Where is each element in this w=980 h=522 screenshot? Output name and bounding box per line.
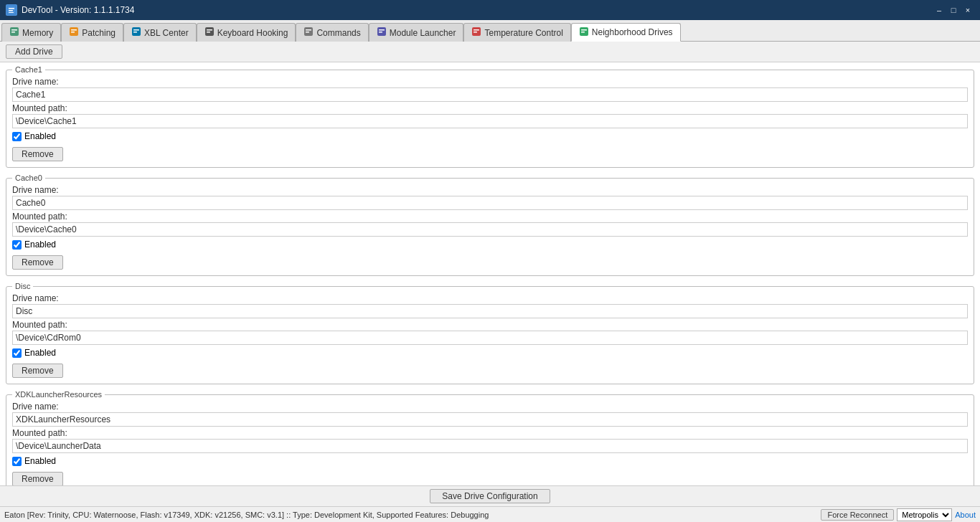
drive-group-disc: Disc Drive name: Mounted path: Enabled R… <box>6 282 974 384</box>
enabled-label-disc: Enabled <box>24 348 56 358</box>
svg-rect-15 <box>207 32 210 33</box>
enabled-checkbox-disc[interactable] <box>12 348 22 358</box>
xbl-icon <box>131 27 141 39</box>
tab-temp[interactable]: Temperature Control <box>463 23 570 42</box>
enabled-label-cache1: Enabled <box>24 131 56 141</box>
about-link[interactable]: About <box>955 511 976 519</box>
mounted-path-input-disc[interactable] <box>12 331 968 345</box>
title-bar-left: DevTool - Version: 1.1.1.1734 <box>6 4 134 16</box>
drive-legend-xdklauncher: XDKLauncherResources <box>12 390 105 399</box>
svg-rect-26 <box>581 29 587 31</box>
window-controls: – □ × <box>933 4 974 16</box>
drive-group-xdklauncher: XDKLauncherResources Drive name: Mounted… <box>6 390 974 485</box>
tab-label-temp: Temperature Control <box>484 28 562 38</box>
tab-label-memory: Memory <box>22 28 53 38</box>
svg-rect-24 <box>473 32 477 33</box>
svg-rect-1 <box>9 8 14 9</box>
svg-rect-11 <box>133 29 139 31</box>
svg-rect-3 <box>9 12 14 13</box>
mounted-path-label-cache0: Mounted path: <box>12 212 968 222</box>
temp-icon <box>471 27 481 39</box>
drive-name-input-disc[interactable] <box>12 304 968 318</box>
drive-name-label-cache1: Drive name: <box>12 77 968 87</box>
close-button[interactable]: × <box>961 4 974 16</box>
svg-rect-21 <box>379 32 382 33</box>
add-drive-button[interactable]: Add Drive <box>6 44 62 59</box>
tab-module[interactable]: Module Launcher <box>369 23 464 42</box>
action-bar: Add Drive <box>0 42 980 62</box>
keyboard-icon <box>204 27 215 39</box>
connection-select[interactable]: Metropolis <box>897 508 952 521</box>
svg-rect-5 <box>11 29 17 31</box>
tab-patching[interactable]: Patching <box>61 23 123 42</box>
app-icon <box>6 4 17 16</box>
svg-rect-27 <box>581 32 585 33</box>
tab-xbl[interactable]: XBL Center <box>123 23 197 42</box>
svg-rect-17 <box>306 29 311 31</box>
svg-rect-6 <box>11 32 15 33</box>
svg-rect-12 <box>133 32 137 33</box>
tab-bar: Memory Patching XBL Center Keyboard Hook… <box>0 20 980 42</box>
drive-legend-cache1: Cache1 <box>12 65 45 74</box>
force-reconnect-button[interactable]: Force Reconnect <box>821 509 894 521</box>
bottom-bar: Save Drive Configuration <box>0 485 980 506</box>
drive-name-input-xdklauncher[interactable] <box>12 412 968 427</box>
mounted-path-input-cache1[interactable] <box>12 114 968 128</box>
tab-memory[interactable]: Memory <box>1 23 61 42</box>
tab-label-patching: Patching <box>82 28 116 38</box>
drive-group-cache1: Cache1 Drive name: Mounted path: Enabled… <box>6 65 974 168</box>
enabled-row-disc: Enabled <box>12 348 968 358</box>
tab-keyboard[interactable]: Keyboard Hooking <box>197 23 296 42</box>
status-right: Force Reconnect Metropolis About <box>821 508 976 521</box>
tab-neighborhood[interactable]: Neighborhood Drives <box>571 23 681 42</box>
drive-name-label-xdklauncher: Drive name: <box>12 402 968 412</box>
memory-icon <box>9 27 19 39</box>
neighborhood-icon <box>579 27 589 39</box>
enabled-row-cache1: Enabled <box>12 131 968 141</box>
tab-label-xbl: XBL Center <box>144 28 189 38</box>
remove-button-cache0[interactable]: Remove <box>12 255 63 270</box>
mounted-path-input-cache0[interactable] <box>12 222 968 237</box>
enabled-row-xdklauncher: Enabled <box>12 456 968 466</box>
enabled-checkbox-cache1[interactable] <box>12 132 22 141</box>
patching-icon <box>69 27 79 39</box>
drive-name-input-cache0[interactable] <box>12 196 968 210</box>
commands-icon <box>303 27 314 39</box>
svg-rect-14 <box>207 29 212 31</box>
title-bar: DevTool - Version: 1.1.1.1734 – □ × <box>0 0 980 20</box>
tab-commands[interactable]: Commands <box>296 23 368 42</box>
status-text: Eaton [Rev: Trinity, CPU: Waternoose, Fl… <box>4 511 489 519</box>
enabled-checkbox-cache0[interactable] <box>12 240 22 250</box>
drive-name-label-disc: Drive name: <box>12 293 968 303</box>
remove-button-xdklauncher[interactable]: Remove <box>12 472 63 485</box>
mounted-path-label-cache1: Mounted path: <box>12 103 968 113</box>
enabled-label-cache0: Enabled <box>24 239 56 250</box>
drive-name-label-cache0: Drive name: <box>12 185 968 195</box>
maximize-button[interactable]: □ <box>947 4 960 16</box>
save-drive-config-button[interactable]: Save Drive Configuration <box>430 489 550 503</box>
svg-rect-2 <box>9 10 13 11</box>
svg-rect-8 <box>71 29 77 31</box>
drive-name-input-cache1[interactable] <box>12 87 968 102</box>
drive-group-cache0: Cache0 Drive name: Mounted path: Enabled… <box>6 174 974 276</box>
drive-legend-disc: Disc <box>12 282 33 290</box>
remove-button-disc[interactable]: Remove <box>12 364 63 378</box>
remove-button-cache1[interactable]: Remove <box>12 147 63 161</box>
tab-label-keyboard: Keyboard Hooking <box>217 28 288 38</box>
enabled-checkbox-xdklauncher[interactable] <box>12 457 22 466</box>
minimize-button[interactable]: – <box>933 4 946 16</box>
module-icon <box>377 27 387 39</box>
svg-rect-9 <box>71 32 75 33</box>
svg-rect-23 <box>473 29 479 31</box>
status-bar: Eaton [Rev: Trinity, CPU: Waternoose, Fl… <box>0 506 980 522</box>
drives-scroll-area[interactable]: Cache1 Drive name: Mounted path: Enabled… <box>0 62 980 485</box>
tab-label-module: Module Launcher <box>390 28 456 38</box>
enabled-row-cache0: Enabled <box>12 239 968 250</box>
app-title: DevTool - Version: 1.1.1.1734 <box>22 5 134 15</box>
mounted-path-label-disc: Mounted path: <box>12 320 968 330</box>
drive-legend-cache0: Cache0 <box>12 174 45 182</box>
mounted-path-input-xdklauncher[interactable] <box>12 439 968 453</box>
svg-rect-20 <box>379 29 385 31</box>
main-content: Add Drive Cache1 Drive name: Mounted pat… <box>0 42 980 506</box>
mounted-path-label-xdklauncher: Mounted path: <box>12 428 968 438</box>
